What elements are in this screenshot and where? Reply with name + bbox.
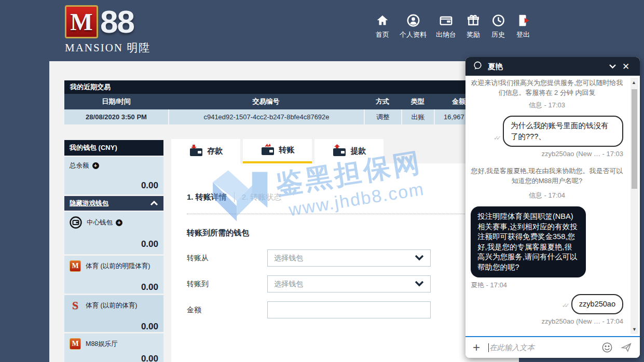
profile-icon (405, 12, 421, 28)
chat-header[interactable]: 夏艳 ✕ (465, 57, 640, 76)
hide-game-wallets-toggle[interactable]: 隐藏游戏钱包 (64, 196, 163, 211)
rewards-icon (465, 12, 481, 28)
m88-logo-subtitle: MANSION 明陞 (65, 40, 150, 55)
chevron-down-icon (415, 280, 424, 289)
chat-window: 夏艳 ✕ 欢迎来访!我们很高兴为您提供服务,您可以随时给我们信息。客服将在 2 … (465, 57, 640, 358)
recent-transactions-table: 我的近期交易 日期/时间 交易编号 方式 类型 金额 28/08/2020 3:… (64, 80, 504, 124)
nav-home-label: 首页 (376, 30, 389, 39)
nav-rewards-label: 奖励 (467, 30, 480, 39)
chat-text-input[interactable]: 在此输入文本 (488, 343, 594, 353)
attach-plus-icon[interactable]: + (473, 341, 480, 354)
logout-icon (515, 12, 531, 28)
nav-logout[interactable]: 登出 (515, 12, 531, 39)
tab-transfer-label: 转账 (279, 145, 295, 155)
m88-logo[interactable]: M 88 MANSION 明陞 (65, 5, 150, 55)
cashier-tabs: 存款 转账 提款 (171, 139, 386, 163)
tab-deposit-label: 存款 (208, 146, 223, 156)
amount-input[interactable] (267, 301, 431, 318)
text-caret (488, 343, 489, 352)
nav-profile-label: 个人资料 (400, 30, 427, 39)
transactions-title: 我的近期交易 (64, 80, 504, 94)
transactions-header-row: 日期/时间 交易编号 方式 类型 金额 (64, 94, 504, 109)
chat-minimize-icon[interactable] (606, 60, 619, 73)
central-wallet-cell[interactable]: 中心钱包 + 0.00 (64, 212, 163, 254)
nav-history[interactable]: 历史 (490, 12, 506, 39)
nav-home[interactable]: 首页 (375, 12, 390, 39)
sports-mansion-cell[interactable]: M 体育 (以前的明陞体育) 0.00 (64, 256, 163, 294)
scroll-down-icon[interactable]: ▼ (632, 327, 637, 332)
nav-profile[interactable]: 个人资料 (400, 12, 427, 39)
hide-game-wallets-label: 隐藏游戏钱包 (70, 199, 150, 208)
chevron-up-icon (150, 199, 158, 208)
content-panel: 我的近期交易 日期/时间 交易编号 方式 类型 金额 28/08/2020 3:… (49, 61, 519, 362)
dotted-divider (187, 214, 503, 214)
transfer-to-placeholder: 选择钱包 (274, 280, 415, 289)
scrollbar-thumb[interactable] (632, 89, 637, 189)
chat-close-icon[interactable]: ✕ (619, 60, 633, 73)
total-balance-cell: 总余额 + 0.00 (64, 157, 163, 194)
wallet-sidebar: 我的钱包 (CNY) 总余额 + 0.00 隐藏游戏钱包 (64, 140, 163, 362)
read-checks-icon: ✓✓ (494, 134, 499, 142)
cell-datetime: 28/08/2020 3:50 PM (64, 109, 168, 124)
s-letter-icon: S (70, 300, 81, 311)
chat-input-placeholder: 在此输入文本 (489, 343, 535, 353)
m88-casino-label: M88娱乐厅 (86, 340, 118, 349)
visitor-bubble: 为什么我的账号里面的钱没有了的???、 (503, 116, 623, 147)
col-transaction-id: 交易编号 (168, 94, 364, 109)
m-gothic-icon: M (70, 260, 81, 272)
chat-system-message: 您好,我是客服夏艳,现在由我来协助您。我是否可以知道您的M88用户名呢? (471, 166, 623, 186)
chat-scrollbar[interactable]: ▲ ▼ (631, 78, 638, 334)
scroll-up-icon[interactable]: ▲ (632, 80, 636, 85)
chat-agent-message: 投注明陞体育美国职篮(NBA)相关赛事,达到相对应的有效投注额即可获得免费奖金3… (471, 206, 623, 277)
chat-input-bar: + 在此输入文本 (465, 337, 640, 358)
sports-legacy-label: 体育 (以前的体育) (86, 301, 137, 310)
total-balance-label: 总余额 (70, 161, 89, 170)
m88-logo-88: 88 (100, 5, 134, 38)
chat-message-meta: 信息 - 17:03 (471, 101, 623, 110)
m88-casino-amount: 0.00 (70, 354, 158, 362)
tab-withdraw-label: 提款 (351, 146, 366, 156)
transfer-to-select[interactable]: 选择钱包 (267, 275, 431, 293)
tab-withdraw[interactable]: 提款 (314, 139, 383, 163)
emoji-icon[interactable] (601, 342, 613, 353)
history-icon (490, 12, 506, 28)
nav-cashier[interactable]: 出纳台 (436, 12, 456, 39)
cell-transaction-id: c941ed92-1507-4cc2-b247-8bfe4c87692e (168, 109, 364, 124)
chat-visitor-message: ✓✓ zzyb250ao (471, 294, 623, 314)
sports-mansion-label: 体育 (以前的明陞体育) (86, 262, 150, 271)
send-icon[interactable] (620, 342, 633, 353)
m88-logo-m: M (70, 8, 92, 36)
sports-mansion-amount: 0.00 (70, 282, 158, 293)
step-transfer-details: 1. 转账详情 (187, 192, 227, 202)
transfer-to-row: 转账到 选择钱包 (187, 275, 431, 293)
nav-cashier-label: 出纳台 (436, 30, 456, 39)
top-navigation: 首页 个人资料 出纳台 奖励 历史 (375, 12, 540, 39)
plus-icon[interactable]: + (116, 219, 122, 226)
form-heading: 转账到所需的钱包 (187, 228, 249, 238)
agent-bubble: 投注明陞体育美国职篮(NBA)相关赛事,达到相对应的有效投注额即可获得免费奖金3… (471, 206, 586, 277)
central-wallet-amount: 0.00 (70, 239, 158, 249)
page: M 88 MANSION 明陞 首页 个人资料 出纳台 (0, 0, 644, 362)
plus-icon[interactable]: + (92, 162, 99, 169)
transfer-from-select[interactable]: 选择钱包 (267, 249, 431, 267)
chat-message-meta: 夏艳 - 17:04 (471, 281, 623, 290)
central-wallet-label: 中心钱包 (87, 218, 113, 227)
tab-deposit[interactable]: 存款 (171, 139, 240, 163)
col-type: 类型 (401, 94, 434, 109)
transfer-to-label: 转账到 (187, 280, 267, 289)
amount-label: 金额 (187, 305, 267, 315)
nav-logout-label: 登出 (516, 30, 530, 39)
step-indicator: 1. 转账详情 2. 转账状态 (187, 192, 281, 202)
chevron-down-icon (415, 254, 424, 263)
m88-casino-cell[interactable]: M M88娱乐厅 0.00 (64, 333, 163, 362)
tab-transfer[interactable]: 转账 (243, 139, 312, 163)
chat-message-meta: zzyb250ao (New … - 17:04 (471, 317, 623, 325)
col-method: 方式 (364, 94, 401, 109)
m-gothic-icon: M (70, 338, 81, 350)
read-checks-icon: ✓✓ (562, 302, 567, 309)
sports-legacy-cell[interactable]: S 体育 (以前的体育) 0.00 (64, 295, 163, 332)
transfer-wallet-icon (261, 143, 275, 158)
nav-rewards[interactable]: 奖励 (465, 12, 481, 39)
chat-message-meta: 信息 - 17:04 (471, 191, 623, 200)
cell-method: 调整 (364, 109, 401, 124)
